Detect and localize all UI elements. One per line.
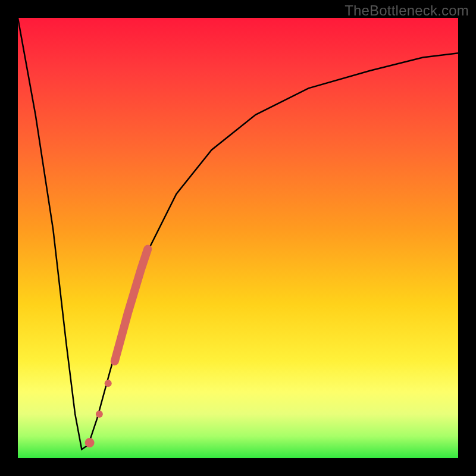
highlight-dot (105, 380, 112, 387)
highlight-points (85, 249, 148, 448)
curve-layer (18, 18, 458, 458)
highlight-dot (96, 411, 103, 418)
highlight-segment (115, 249, 148, 362)
bottleneck-curve (18, 18, 458, 449)
watermark-text: TheBottleneck.com (345, 2, 469, 19)
plot-area (18, 18, 458, 458)
chart-frame: TheBottleneck.com (0, 0, 476, 476)
highlight-dot (85, 438, 95, 447)
